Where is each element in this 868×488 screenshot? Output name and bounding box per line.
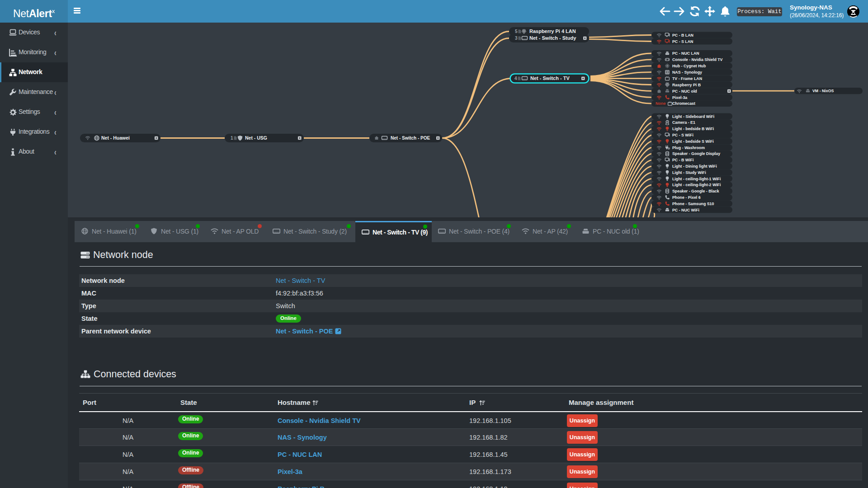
svg-text:Pixel-3a: Pixel-3a [672,95,687,100]
svg-text:Net - Switch - POE: Net - Switch - POE [391,136,430,141]
svg-text:Net - Huawei: Net - Huawei [101,135,130,141]
svg-text:Net - Switch - TV: Net - Switch - TV [530,75,570,81]
svg-text:3: 3 [515,36,518,41]
svg-text:PC - B LAN: PC - B LAN [672,33,693,38]
svg-text:Speaker - Google Display: Speaker - Google Display [672,151,720,156]
svg-text:None: None [656,101,666,106]
svg-text:Console - Nvidia Shield TV: Console - Nvidia Shield TV [672,57,723,62]
svg-text:Net - Switch - Study: Net - Switch - Study [529,35,576,41]
svg-text:VM - NixOS: VM - NixOS [812,89,834,93]
svg-text:Speaker - Google - Black: Speaker - Google - Black [672,189,719,193]
svg-text:TV - Frame LAN: TV - Frame LAN [672,76,702,81]
svg-text:4: 4 [514,76,517,81]
svg-text:PC - NUC WiFi: PC - NUC WiFi [672,208,699,212]
svg-text:Light - bedside B WiFi: Light - bedside B WiFi [672,127,714,131]
svg-text:Phone - Pixel 6: Phone - Pixel 6 [672,195,701,200]
svg-text:PC - S LAN: PC - S LAN [672,39,693,44]
svg-text:NAS - Synology: NAS - Synology [672,70,702,75]
svg-text:Hub - Cygnet Hub: Hub - Cygnet Hub [672,64,706,68]
svg-text:Light - Sideboard WiFi: Light - Sideboard WiFi [672,114,714,119]
svg-text:Net - USG: Net - USG [245,135,267,141]
svg-text:Camera - E1: Camera - E1 [672,120,695,125]
svg-text:PC - NUC old: PC - NUC old [672,89,697,94]
svg-text:Raspberry Pi 4 LAN: Raspberry Pi 4 LAN [529,28,576,34]
svg-text:Light - bedside S WiFi: Light - bedside S WiFi [672,139,714,144]
svg-text:PC - B WiFi: PC - B WiFi [672,158,693,162]
svg-text:5: 5 [515,29,518,34]
svg-text:Light - Study WiFi: Light - Study WiFi [672,170,706,175]
svg-text:Light - ceiling-light-2 WiFi: Light - ceiling-light-2 WiFi [672,183,721,187]
svg-text:Light - ceiling-light-1 WiFi: Light - ceiling-light-1 WiFi [672,177,721,181]
svg-text:Raspberry Pi B: Raspberry Pi B [672,83,701,87]
svg-text:Phone - Samsung S10: Phone - Samsung S10 [672,202,714,206]
svg-text:Light - Dining light WiFi: Light - Dining light WiFi [672,164,717,169]
svg-text:Plug - Washroom: Plug - Washroom [672,145,705,150]
svg-text:Chromecast: Chromecast [672,101,695,106]
svg-text:PC - S WiFi: PC - S WiFi [672,133,693,137]
svg-text:1: 1 [231,136,233,141]
svg-text:PC - NUC LAN: PC - NUC LAN [672,51,699,56]
